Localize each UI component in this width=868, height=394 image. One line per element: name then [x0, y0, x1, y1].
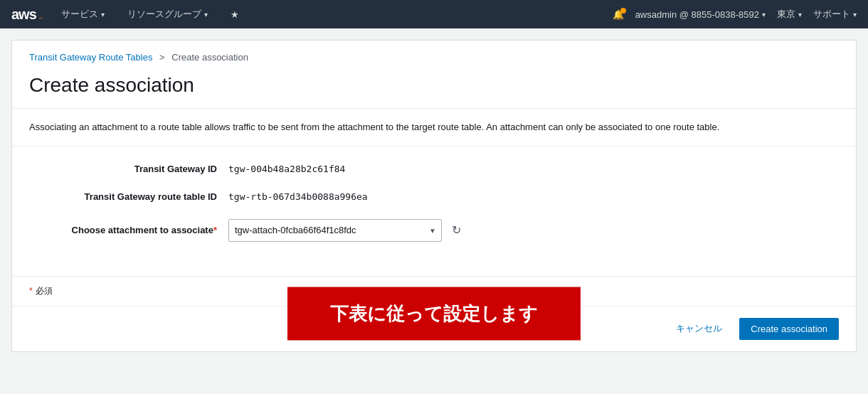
bottom-section: * 必須 キャンセル Create association 下表に従って設定しま… [12, 276, 856, 351]
resource-groups-menu[interactable]: リソースグループ ▾ [123, 5, 212, 23]
aws-smile-icon: ⎯ [39, 12, 43, 18]
create-association-button[interactable]: Create association [739, 318, 839, 340]
route-table-id-row: Transit Gateway route table ID tgw-rtb-0… [29, 191, 839, 202]
refresh-button[interactable]: ↻ [449, 220, 464, 240]
attachment-dropdown-container: tgw-attach-0fcba66f64f1c8fdc [228, 219, 442, 242]
user-menu[interactable]: awsadmin @ 8855-0838-8592 ▾ [635, 9, 766, 20]
aws-logo[interactable]: aws ⎯ [11, 6, 43, 23]
page-description: Associating an attachment to a route tab… [12, 109, 856, 147]
page-title: Create association [12, 68, 856, 109]
services-label: サービス [61, 8, 98, 21]
services-chevron-icon: ▾ [101, 11, 105, 18]
cancel-button[interactable]: キャンセル [667, 318, 731, 339]
notification-badge [620, 8, 626, 14]
route-table-id-value: tgw-rtb-067d34b0088a996ea [228, 191, 368, 202]
breadcrumb-current: Create association [171, 52, 248, 63]
nav-right-section: 🔔 awsadmin @ 8855-0838-8592 ▾ 東京 ▾ サポート … [613, 8, 857, 21]
route-table-id-label: Transit Gateway route table ID [29, 191, 228, 202]
user-label: awsadmin @ 8855-0838-8592 [635, 9, 759, 20]
gateway-id-row: Transit Gateway ID tgw-004b48a28b2c61f84 [29, 164, 839, 174]
support-menu[interactable]: サポート ▾ [813, 8, 857, 21]
services-menu[interactable]: サービス ▾ [57, 5, 109, 23]
attachment-label: Choose attachment to associate* [29, 225, 228, 235]
breadcrumb: Transit Gateway Route Tables > Create as… [12, 41, 856, 68]
favorites-icon[interactable]: ★ [226, 6, 243, 23]
support-chevron-icon: ▾ [853, 11, 857, 18]
attachment-select-wrapper: tgw-attach-0fcba66f64f1c8fdc ↻ [228, 219, 464, 242]
overlay-text: 下表に従って設定します [330, 302, 538, 324]
notifications-button[interactable]: 🔔 [613, 9, 624, 20]
support-label: サポート [813, 8, 850, 21]
form-section: Transit Gateway ID tgw-004b48a28b2c61f84… [12, 147, 856, 276]
top-navigation: aws ⎯ サービス ▾ リソースグループ ▾ ★ 🔔 awsadmin @ 8… [0, 0, 868, 28]
region-label: 東京 [777, 8, 795, 21]
resource-groups-chevron-icon: ▾ [204, 11, 208, 18]
breadcrumb-separator: > [159, 52, 165, 63]
breadcrumb-parent-link[interactable]: Transit Gateway Route Tables [29, 52, 152, 63]
resource-groups-label: リソースグループ [127, 8, 201, 21]
required-text: 必須 [36, 285, 53, 297]
region-menu[interactable]: 東京 ▾ [777, 8, 802, 21]
gateway-id-value: tgw-004b48a28b2c61f84 [228, 164, 345, 174]
attachment-row: Choose attachment to associate* tgw-atta… [29, 219, 839, 242]
aws-logo-text: aws [11, 6, 36, 23]
user-chevron-icon: ▾ [762, 11, 766, 18]
bell-icon: 🔔 [613, 9, 624, 20]
required-star: * [29, 286, 33, 296]
attachment-select[interactable]: tgw-attach-0fcba66f64f1c8fdc [228, 219, 442, 242]
overlay-banner: 下表に従って設定します [287, 287, 581, 340]
page-container: Transit Gateway Route Tables > Create as… [11, 40, 857, 352]
region-chevron-icon: ▾ [798, 11, 802, 18]
gateway-id-label: Transit Gateway ID [29, 164, 228, 174]
